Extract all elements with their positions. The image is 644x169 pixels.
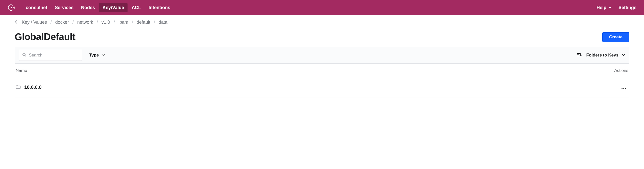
sort-dropdown[interactable]: Folders to Keys [586, 53, 625, 58]
chevron-down-icon [102, 53, 105, 58]
svg-point-15 [625, 88, 626, 89]
chevron-down-icon [622, 53, 625, 58]
breadcrumb-item-network[interactable]: network [77, 20, 93, 25]
create-button[interactable]: Create [602, 32, 629, 42]
column-name: Name [16, 68, 27, 73]
table-header: Name Actions [15, 64, 629, 77]
breadcrumb-separator: / [97, 20, 98, 25]
svg-point-14 [623, 88, 624, 89]
page-title: GlobalDefault [15, 32, 76, 42]
consul-logo-icon [8, 4, 15, 11]
sort-icon [577, 53, 582, 58]
topbar: consulnet Services Nodes Key/Value ACL I… [0, 0, 644, 15]
svg-point-2 [14, 7, 15, 7]
breadcrumb-separator: / [154, 20, 155, 25]
nav-secondary: Help Settings [597, 5, 636, 10]
breadcrumb-item-data[interactable]: data [159, 20, 167, 25]
search-icon [22, 53, 26, 58]
svg-point-5 [14, 6, 14, 6]
row-name: 10.0.0.0 [24, 84, 42, 90]
breadcrumb-separator: / [114, 20, 115, 25]
column-actions: Actions [614, 68, 628, 73]
breadcrumb-item-ipam[interactable]: ipam [118, 20, 128, 25]
sort-group: Folders to Keys [577, 53, 625, 58]
nav-acl[interactable]: ACL [128, 3, 144, 12]
svg-point-6 [14, 9, 14, 10]
chevron-down-icon [608, 5, 611, 10]
more-icon [621, 84, 626, 90]
svg-point-1 [13, 7, 14, 8]
nav-help[interactable]: Help [597, 5, 611, 10]
nav-help-label: Help [597, 5, 606, 10]
breadcrumb-item-docker[interactable]: docker [55, 20, 69, 25]
type-dropdown[interactable]: Type [88, 51, 106, 59]
nav-primary: consulnet Services Nodes Key/Value ACL I… [22, 3, 174, 12]
breadcrumb-separator: / [51, 20, 52, 25]
nav-nodes[interactable]: Nodes [78, 3, 98, 12]
brand-name: consulnet [22, 3, 51, 12]
title-row: GlobalDefault Create [15, 32, 629, 42]
nav-settings[interactable]: Settings [618, 5, 636, 10]
breadcrumb-item-root[interactable]: Key / Values [22, 20, 47, 25]
svg-point-0 [11, 7, 12, 8]
breadcrumb: Key / Values / docker / network / v1.0 /… [15, 20, 629, 25]
nav-intentions[interactable]: Intentions [145, 3, 174, 12]
svg-point-3 [14, 8, 15, 9]
content: Key / Values / docker / network / v1.0 /… [0, 15, 644, 98]
breadcrumb-item-v1[interactable]: v1.0 [102, 20, 110, 25]
type-label: Type [89, 53, 99, 58]
search-input[interactable] [29, 53, 79, 58]
folder-icon [16, 85, 21, 90]
breadcrumb-item-default[interactable]: default [137, 20, 150, 25]
breadcrumb-separator: / [132, 20, 133, 25]
nav-services[interactable]: Services [51, 3, 77, 12]
search-field[interactable] [19, 50, 82, 61]
svg-point-13 [622, 88, 623, 89]
svg-point-4 [14, 7, 15, 8]
svg-line-8 [25, 55, 26, 57]
table-row[interactable]: 10.0.0.0 [15, 77, 629, 98]
nav-key-value[interactable]: Key/Value [99, 3, 128, 12]
sort-label: Folders to Keys [586, 53, 618, 58]
row-actions-button[interactable] [619, 83, 628, 92]
filter-bar: Type Folders to Keys [15, 47, 629, 64]
chevron-left-icon[interactable] [15, 20, 18, 25]
breadcrumb-separator: / [72, 20, 74, 25]
